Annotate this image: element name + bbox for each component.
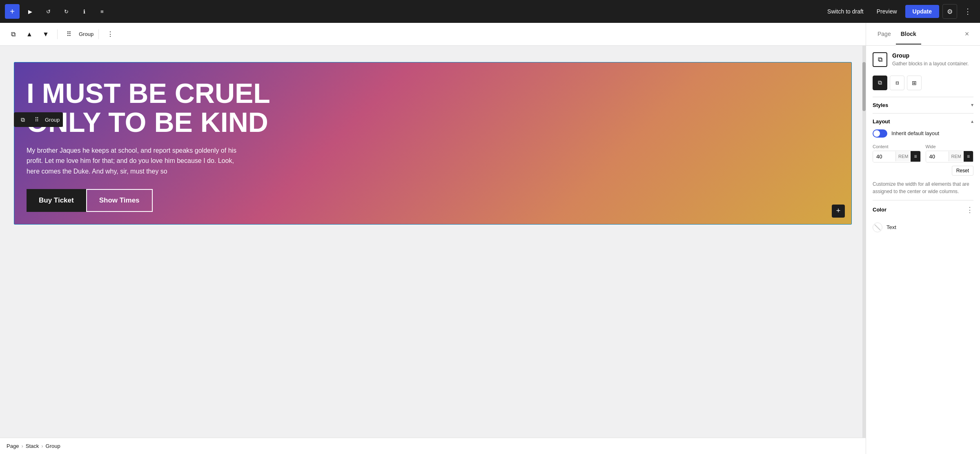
drag-handle[interactable]: ⠿ [62,28,76,41]
wide-input-group: Wide REM ≡ [926,144,974,162]
plus-icon: + [10,7,15,16]
breadcrumb-stack[interactable]: Stack [26,443,39,449]
show-times-button[interactable]: Show Times [86,189,153,212]
hero-add-icon: + [836,207,841,215]
hero-description: My brother Jaques he keeps at school, an… [27,145,247,177]
layout-options: ⧉ ⧈ ⊞ [873,76,973,90]
block-more-button[interactable]: ⋮ [104,28,117,41]
layout-option-1[interactable]: ⧉ [873,76,887,90]
color-section-header: Color ⋮ [873,200,973,219]
menu-icon: ≡ [100,9,104,15]
scroll-thumb [862,62,866,111]
group-drag-icon: ⠿ [35,116,39,123]
info-button[interactable]: ℹ [77,4,91,19]
layout-section-header[interactable]: Layout ▴ [873,113,973,129]
wide-unit: REM [949,151,964,161]
block-type-label: Group [79,31,94,37]
color-label: Color [873,207,966,213]
copy-icon: ⧉ [11,31,16,38]
color-more-button[interactable]: ⋮ [966,205,973,214]
content-input-row: REM ≡ [873,151,921,162]
toolbar-divider-2 [98,29,99,39]
layout-inputs-row: Content REM ≡ Wide REM ≡ [873,144,973,162]
wide-value-input[interactable] [926,151,949,162]
block-more-icon: ⋮ [107,30,114,38]
editor-area: ⧉ ▲ ▼ ⠿ Group ⋮ ⧉ ⠿ Gr [0,23,866,454]
wide-align-icon[interactable]: ≡ [964,151,973,162]
block-description: Gather blocks in a layout container. [892,60,969,67]
layout-icon-2: ⧈ [895,79,899,86]
inherit-layout-toggle[interactable] [873,129,887,138]
group-drag-button[interactable]: ⠿ [31,114,42,125]
more-options-button[interactable]: ⋮ [960,4,975,19]
canvas-area[interactable]: ⧉ ⠿ Group I MUST BE CRUEL ONLY TO BE KIN… [0,46,866,438]
scroll-indicator [862,46,866,438]
content-value-input[interactable] [873,151,895,162]
breadcrumb-group[interactable]: Group [46,443,60,449]
add-block-button[interactable]: + [5,4,20,19]
hero-title: I MUST BE CRUEL ONLY TO BE KIND [27,79,288,137]
toolbar-divider [57,29,58,39]
styles-chevron-icon: ▾ [971,102,973,108]
block-type-icon: ⧉ [873,52,887,67]
styles-label: Styles [873,102,971,108]
close-icon: × [965,30,969,38]
redo-button[interactable]: ↻ [59,4,74,19]
text-color-row: Text [873,219,973,236]
move-up-button[interactable]: ▲ [23,28,36,41]
toolbar-right: Switch to draft Preview Update ⚙ ⋮ [822,4,975,19]
layout-icon-1: ⧉ [878,79,882,86]
wide-label: Wide [926,144,974,149]
buy-ticket-button[interactable]: Buy Ticket [27,189,86,212]
hero-buttons: Buy Ticket Show Times [27,189,288,212]
play-button[interactable]: ▶ [23,4,38,19]
reset-button[interactable]: Reset [952,166,973,176]
breadcrumb-page[interactable]: Page [7,443,19,449]
hero-add-button[interactable]: + [832,205,845,218]
styles-section-header[interactable]: Styles ▾ [873,97,973,113]
wide-input-row: REM ≡ [926,151,974,162]
content-label: Content [873,144,921,149]
main-area: ⧉ ▲ ▼ ⠿ Group ⋮ ⧉ ⠿ Gr [0,23,980,454]
no-color-slash [874,224,881,231]
undo-icon: ↺ [46,9,51,15]
hero-content: I MUST BE CRUEL ONLY TO BE KIND My broth… [14,62,300,224]
drag-icon: ⠿ [67,30,71,38]
group-icon: ⧉ [878,56,882,63]
breadcrumb-bar: Page › Stack › Group [0,438,866,454]
switch-to-draft-button[interactable]: Switch to draft [822,5,869,18]
preview-button[interactable]: Preview [872,5,902,18]
tab-page[interactable]: Page [873,24,896,45]
group-block-toolbar: ⧉ ⠿ Group [14,112,63,127]
content-align-icon[interactable]: ≡ [911,151,920,162]
content-unit: REM [895,151,911,161]
text-color-swatch[interactable] [873,223,882,232]
settings-button[interactable]: ⚙ [942,4,957,19]
update-button[interactable]: Update [905,5,939,18]
more-icon: ⋮ [964,7,971,16]
inherit-layout-row: Inherit default layout [873,129,973,138]
menu-button[interactable]: ≡ [95,4,109,19]
panel-close-button[interactable]: × [960,28,973,41]
move-down-button[interactable]: ▼ [39,28,52,41]
layout-label: Layout [873,118,971,125]
info-icon: ℹ [83,9,85,15]
panel-body: ⧉ Group Gather blocks in a layout contai… [866,46,980,454]
customize-description: Customize the width for all elements tha… [873,180,973,195]
group-copy-button[interactable]: ⧉ [17,114,29,125]
group-block-label: Group [45,117,60,123]
color-more-icon: ⋮ [966,205,973,214]
block-info-text: Group Gather blocks in a layout containe… [892,52,969,67]
breadcrumb-sep-1: › [21,443,23,449]
panel-header: Page Block × [866,23,980,46]
tab-block[interactable]: Block [896,24,921,45]
layout-option-2[interactable]: ⧈ [890,76,904,90]
undo-button[interactable]: ↺ [41,4,56,19]
top-toolbar: + ▶ ↺ ↻ ℹ ≡ Switch to draft Preview Upda… [0,0,980,23]
right-panel: Page Block × ⧉ Group Gather blocks in a … [866,23,980,454]
layout-option-3[interactable]: ⊞ [907,76,922,90]
secondary-toolbar: ⧉ ▲ ▼ ⠿ Group ⋮ [0,23,866,46]
copy-block-button[interactable]: ⧉ [7,28,20,41]
layout-icon-3: ⊞ [912,80,917,86]
redo-icon: ↻ [64,9,69,15]
